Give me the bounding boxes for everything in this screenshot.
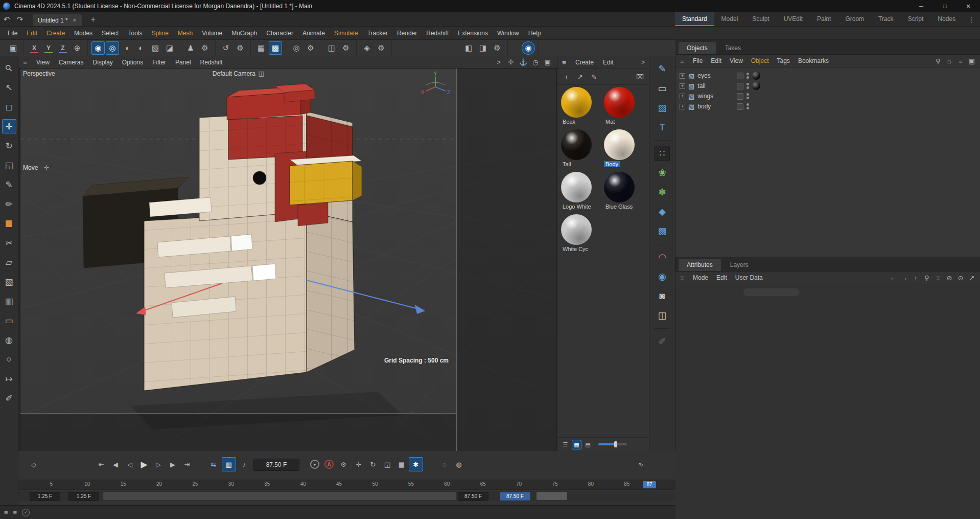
volume-builder-icon[interactable]: ◆: [655, 204, 670, 219]
material-mat[interactable]: Mat: [602, 87, 645, 129]
tile-view-button[interactable]: ▤: [583, 440, 593, 449]
menu-character[interactable]: Character: [262, 30, 298, 37]
loop-mode-button[interactable]: ⇆: [206, 457, 221, 471]
tab-overflow-icon[interactable]: ⋮: [963, 15, 980, 24]
knife-tool[interactable]: ✂: [2, 236, 16, 250]
tab-attributes[interactable]: Attributes: [679, 259, 721, 271]
lock-x-axis-button[interactable]: X: [28, 41, 41, 55]
menu-window[interactable]: Window: [493, 30, 524, 37]
axis-gizmo[interactable]: Y X Z: [419, 72, 452, 98]
pan-hand-icon[interactable]: ✢: [506, 57, 516, 67]
search-icon[interactable]: ⚲: [933, 56, 943, 66]
menu-overflow-icon[interactable]: >: [494, 57, 504, 67]
menu-help[interactable]: Help: [524, 30, 546, 37]
record-rotation-button[interactable]: ↻: [366, 457, 380, 471]
set-keyframe-button[interactable]: ◇: [27, 457, 41, 471]
layout-tab-uvedit[interactable]: UVEdit: [777, 12, 810, 26]
workplane-settings-button[interactable]: ⚙: [304, 41, 317, 55]
mirror-settings-button[interactable]: ⚙: [339, 41, 353, 55]
dot-tool[interactable]: ◍: [2, 333, 16, 347]
layout-menu-icon[interactable]: ≡: [4, 509, 8, 516]
primitive-disc-button[interactable]: ◐: [134, 41, 148, 55]
menu-volume[interactable]: Volume: [197, 30, 227, 37]
objects-menu-bookmarks[interactable]: Bookmarks: [794, 57, 833, 64]
delete-material-button[interactable]: ⌧: [634, 71, 646, 83]
tab-objects[interactable]: Objects: [679, 42, 716, 54]
viewport-menu-cameras[interactable]: Cameras: [54, 59, 88, 66]
status-ok-icon[interactable]: ✓: [22, 509, 30, 516]
menu-select[interactable]: Select: [97, 30, 123, 37]
objects-menu-view[interactable]: View: [726, 57, 747, 64]
menu-render[interactable]: Render: [392, 30, 422, 37]
move-tool[interactable]: ✛: [2, 119, 16, 133]
fcurve-button[interactable]: ∿: [634, 457, 648, 471]
goto-start-button[interactable]: ⇤: [94, 457, 108, 471]
menu-mesh[interactable]: Mesh: [173, 30, 197, 37]
viewport-menu-view[interactable]: View: [32, 59, 54, 66]
grid-snap-button[interactable]: ▩: [269, 41, 282, 55]
cube-primitive-tool[interactable]: ▧: [2, 275, 16, 289]
layout-tab-model[interactable]: Model: [714, 12, 745, 26]
character-button[interactable]: ♟: [184, 41, 197, 55]
primitive-capsule-button[interactable]: ◖: [120, 41, 133, 55]
panel-icon[interactable]: ▣: [967, 56, 977, 66]
solo-off-button[interactable]: ◌: [437, 457, 452, 471]
annotate-tool[interactable]: ✐: [2, 391, 16, 405]
bend-deformer-icon[interactable]: ◠: [655, 250, 670, 265]
layout-tab-groom[interactable]: Groom: [838, 12, 871, 26]
menu-file[interactable]: File: [3, 30, 22, 37]
attributes-menu-mode[interactable]: Mode: [689, 274, 712, 281]
menu-simulate[interactable]: Simulate: [330, 30, 363, 37]
ring-tool[interactable]: ○: [2, 352, 16, 367]
materials-menu-overflow-icon[interactable]: >: [641, 59, 649, 66]
maximize-button[interactable]: □: [933, 0, 956, 12]
range-start-field-0[interactable]: 1.25 F: [30, 492, 60, 501]
scale-tool[interactable]: ◱: [2, 158, 16, 172]
expand-icon[interactable]: +: [680, 104, 685, 109]
menu-animate[interactable]: Animate: [298, 30, 330, 37]
objects-menu-object[interactable]: Object: [747, 57, 773, 64]
range-end-field-0[interactable]: 87.50 F: [458, 492, 488, 501]
render-picture-viewer-button[interactable]: ◨: [476, 41, 489, 55]
previous-frame-button[interactable]: ◁: [123, 457, 137, 471]
polygon-pen-tool[interactable]: ▱: [2, 255, 16, 269]
menu-tracker[interactable]: Tracker: [363, 30, 392, 37]
layout-tab-sculpt[interactable]: Sculpt: [745, 12, 776, 26]
spline-pen-button[interactable]: ◉: [91, 41, 105, 55]
expand-icon[interactable]: +: [680, 73, 685, 79]
previous-key-button[interactable]: ◀: [108, 457, 123, 471]
primitive-cube-button[interactable]: ▧: [149, 41, 162, 55]
material-beak[interactable]: Beak: [559, 87, 602, 129]
annotate-icon[interactable]: ✐: [655, 334, 670, 349]
object-row-eyes[interactable]: +▧eyes: [675, 71, 980, 81]
extrude-button[interactable]: ◪: [163, 41, 176, 55]
color-swatch[interactable]: [2, 216, 16, 231]
layer-dots[interactable]: [746, 73, 749, 79]
visibility-toggle[interactable]: [737, 73, 743, 79]
viewport-menu-display[interactable]: Display: [88, 59, 117, 66]
visibility-toggle[interactable]: [737, 103, 743, 110]
character-settings-button[interactable]: ⚙: [198, 41, 212, 55]
popout-icon[interactable]: ↗: [967, 273, 977, 283]
layer-dots[interactable]: [746, 103, 749, 109]
materials-menu-edit[interactable]: Edit: [598, 59, 618, 66]
object-row-body[interactable]: +▧body: [675, 101, 980, 111]
redo-icon[interactable]: ↷: [13, 15, 27, 24]
rectangle-spline-icon[interactable]: ▭: [655, 81, 670, 96]
menu-mograph[interactable]: MoGraph: [227, 30, 262, 37]
spline-smooth-button[interactable]: ◎: [106, 41, 119, 55]
voxel-chicken-model[interactable]: [83, 84, 362, 391]
close-button[interactable]: ✕: [956, 0, 980, 12]
menu-modes[interactable]: Modes: [69, 30, 97, 37]
home-icon[interactable]: ⌂: [944, 56, 954, 66]
camera-toggle-icon[interactable]: ◫: [259, 70, 264, 77]
snap-button[interactable]: ▦: [254, 41, 268, 55]
range-scroll-thumb[interactable]: [536, 492, 567, 500]
rectangle-selection-tool[interactable]: ◻: [2, 100, 16, 114]
materials-menu-create[interactable]: Create: [571, 59, 598, 66]
add-material-button[interactable]: +: [561, 71, 572, 83]
visibility-toggle[interactable]: [737, 93, 743, 100]
viewport-menu-options[interactable]: Options: [118, 59, 148, 66]
record-point-level-button[interactable]: ✱: [409, 457, 423, 471]
viewport-canvas[interactable]: Perspective Default Camera◫ Move ✛ Grid …: [20, 69, 556, 451]
